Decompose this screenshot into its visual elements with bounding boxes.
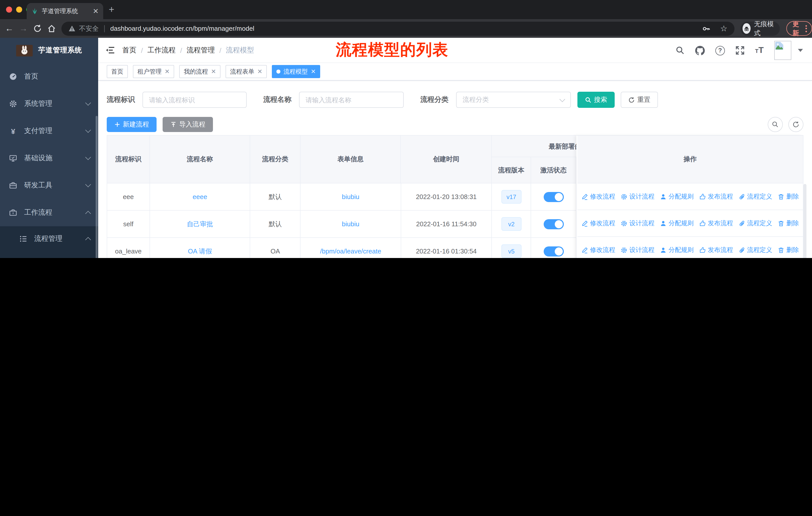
- sidebar-item-workflow[interactable]: 工作流程: [0, 199, 98, 226]
- publish-process-link[interactable]: 发布流程: [699, 246, 733, 254]
- red-annotation: 流程模型的列表: [336, 39, 448, 60]
- model-name-link[interactable]: eeee: [193, 193, 207, 200]
- delete-link[interactable]: 删除: [778, 246, 799, 254]
- version-badge[interactable]: v17: [501, 190, 522, 203]
- active-toggle[interactable]: [544, 246, 563, 256]
- breadcrumb: 首页 / 工作流程 / 流程管理 / 流程模型: [122, 46, 254, 55]
- ops-body: 修改流程 设计流程 分配规则 发布流程 流程定义 删除 修改流程 设计流程 分配…: [577, 183, 803, 258]
- forward-button[interactable]: →: [19, 23, 28, 33]
- modify-process-link[interactable]: 修改流程: [581, 192, 615, 201]
- modify-process-link[interactable]: 修改流程: [581, 219, 615, 227]
- font-size-icon[interactable]: TT: [755, 45, 764, 55]
- new-tab-button[interactable]: +: [109, 4, 114, 14]
- active-toggle[interactable]: [544, 192, 563, 202]
- form-link[interactable]: /bpm/oa/leave/create: [320, 247, 381, 255]
- model-name-link[interactable]: 自己审批: [187, 219, 213, 228]
- breadcrumb-home[interactable]: 首页: [122, 46, 137, 55]
- table-scrollbar[interactable]: [804, 184, 807, 258]
- close-icon[interactable]: ✕: [211, 68, 216, 75]
- active-toggle[interactable]: [544, 219, 563, 229]
- tag-my-process[interactable]: 我的流程✕: [179, 65, 221, 78]
- form-link[interactable]: biubiu: [342, 220, 359, 228]
- avatar-caret-icon[interactable]: [798, 49, 803, 52]
- tag-process-model[interactable]: 流程模型✕: [272, 65, 320, 78]
- process-definition-link[interactable]: 流程定义: [738, 246, 772, 254]
- update-label: 更新: [792, 19, 802, 37]
- col-name: 流程名称: [150, 136, 251, 183]
- browser-tab[interactable]: 芋道管理系统 ✕: [27, 3, 103, 19]
- assign-rule-link[interactable]: 分配规则: [660, 219, 694, 227]
- password-key-icon[interactable]: [701, 24, 710, 33]
- bookmark-star-icon[interactable]: ☆: [720, 24, 727, 33]
- version-badge[interactable]: v5: [501, 244, 522, 258]
- design-process-link[interactable]: 设计流程: [621, 219, 655, 227]
- model-key: self: [123, 220, 134, 228]
- publish-process-link[interactable]: 发布流程: [699, 192, 733, 201]
- search-icon[interactable]: [675, 46, 685, 55]
- sidebar-item-payment[interactable]: ¥ 支付管理: [0, 117, 98, 145]
- browser-menu-icon[interactable]: [806, 25, 807, 32]
- tag-home[interactable]: 首页: [107, 65, 128, 78]
- fullscreen-icon[interactable]: [735, 46, 745, 55]
- breadcrumb-workflow[interactable]: 工作流程: [147, 46, 176, 55]
- sidebar-item-infrastructure[interactable]: 基础设施: [0, 145, 98, 172]
- form-link[interactable]: biubiu: [342, 193, 359, 200]
- delete-link[interactable]: 删除: [778, 192, 799, 201]
- design-process-link[interactable]: 设计流程: [621, 246, 655, 254]
- model-category: 默认: [269, 192, 282, 201]
- home-button[interactable]: [47, 24, 56, 33]
- app-logo-row: 芋道管理系统: [0, 38, 98, 63]
- breadcrumb-process-management[interactable]: 流程管理: [187, 46, 215, 55]
- main-area: 首页 / 工作流程 / 流程管理 / 流程模型 流程模型的列表 ?: [98, 38, 812, 258]
- assign-rule-link[interactable]: 分配规则: [660, 246, 694, 254]
- close-window-icon[interactable]: [6, 6, 12, 12]
- tag-process-form[interactable]: 流程表单✕: [226, 65, 267, 78]
- close-icon[interactable]: ✕: [165, 68, 170, 75]
- tag-tenant[interactable]: 租户管理✕: [133, 65, 174, 78]
- process-definition-link[interactable]: 流程定义: [738, 219, 772, 227]
- sidebar-item-home[interactable]: 首页: [0, 63, 98, 90]
- design-process-link[interactable]: 设计流程: [621, 192, 655, 201]
- assign-rule-link[interactable]: 分配规则: [660, 192, 694, 201]
- model-name-link[interactable]: OA 请假: [188, 247, 212, 256]
- sidebar-scrollbar[interactable]: [96, 116, 98, 258]
- publish-process-link[interactable]: 发布流程: [699, 219, 733, 227]
- sidebar-item-process-form[interactable]: 流程表单: [0, 251, 98, 258]
- sidebar-item-devtools[interactable]: 研发工具: [0, 172, 98, 199]
- reset-button[interactable]: 重置: [621, 92, 658, 108]
- search-button[interactable]: 搜索: [577, 92, 615, 108]
- col-form: 表单信息: [300, 136, 401, 183]
- minimize-window-icon[interactable]: [16, 6, 22, 12]
- tab-close-icon[interactable]: ✕: [93, 7, 99, 15]
- filter-category-select[interactable]: 流程分类: [456, 92, 571, 108]
- update-button[interactable]: 更新: [786, 21, 812, 36]
- process-definition-link[interactable]: 流程定义: [738, 192, 772, 201]
- version-badge[interactable]: v2: [501, 217, 522, 231]
- created-time: 2022-01-16 11:54:30: [416, 220, 476, 228]
- briefcase-icon: [9, 209, 17, 217]
- back-button[interactable]: ←: [5, 23, 13, 33]
- sidebar-item-process-management[interactable]: 流程管理: [0, 226, 98, 251]
- avatar[interactable]: [774, 41, 791, 60]
- filter-name-input[interactable]: [299, 92, 404, 108]
- filter-key-input[interactable]: [142, 92, 247, 108]
- site-favicon-icon: [31, 7, 38, 15]
- github-icon[interactable]: [695, 46, 705, 55]
- help-icon[interactable]: ?: [715, 46, 725, 55]
- close-icon[interactable]: ✕: [257, 68, 262, 75]
- modify-process-link[interactable]: 修改流程: [581, 246, 615, 254]
- sidebar-item-system[interactable]: 系统管理: [0, 90, 98, 117]
- close-icon[interactable]: ✕: [311, 68, 316, 75]
- show-search-button[interactable]: [768, 117, 783, 132]
- import-process-button[interactable]: 导入流程: [163, 117, 213, 132]
- incognito-badge: 无痕模式: [741, 21, 780, 35]
- refresh-button[interactable]: [788, 117, 804, 132]
- delete-link[interactable]: 删除: [778, 219, 799, 227]
- tags-view: 首页 租户管理✕ 我的流程✕ 流程表单✕ 流程模型✕: [98, 63, 812, 81]
- collapse-sidebar-icon[interactable]: [106, 46, 114, 54]
- address-bar[interactable]: 不安全 dashboard.yudao.iocoder.cn/bpm/manag…: [61, 21, 734, 35]
- create-process-button[interactable]: 新建流程: [107, 117, 156, 132]
- created-time: 2022-01-16 01:30:54: [416, 247, 476, 255]
- tab-strip: 芋道管理系统 ✕ +: [0, 0, 812, 19]
- reload-button[interactable]: [33, 24, 42, 33]
